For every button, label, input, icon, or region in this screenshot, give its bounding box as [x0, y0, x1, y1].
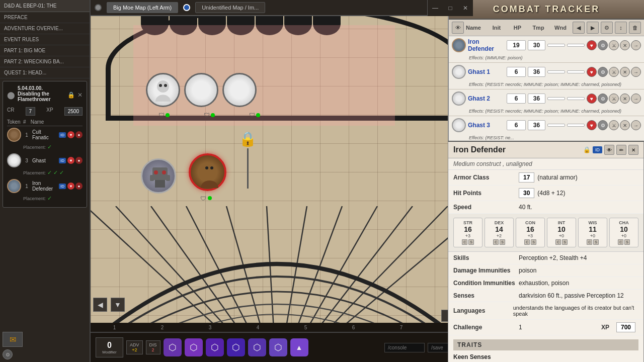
settings-tracker-icon[interactable]: ⚙ — [601, 22, 613, 34]
dice-d6[interactable]: ⬡ — [269, 338, 287, 356]
ghast3-wnd[interactable] — [567, 124, 585, 127]
defender-name[interactable]: Iron Defender — [32, 180, 57, 192]
minimize-button[interactable]: — — [428, 1, 443, 16]
g2-action-arrow[interactable]: → — [631, 94, 641, 104]
g3-action-gear[interactable]: ⚙ — [598, 120, 608, 130]
sidebar-item-part2[interactable]: PART 2: WRECKING BA... — [0, 56, 90, 67]
iron-defender-tmp[interactable] — [547, 44, 565, 47]
map-area[interactable]: 🛡 🛡 🛡 🛡 — [91, 0, 473, 362]
g2-action-gear[interactable]: ⚙ — [598, 94, 608, 104]
close-button[interactable]: ✕ — [458, 1, 473, 16]
defender-map-token[interactable] — [141, 158, 176, 194]
g3-action-swords[interactable]: ⚔ — [609, 120, 619, 130]
str-s-btn[interactable]: S — [468, 239, 474, 245]
ac-value[interactable]: 17 — [519, 172, 534, 183]
ghast3-name[interactable]: Ghast 3 — [468, 122, 505, 129]
xp-value[interactable]: 2500 — [64, 107, 83, 116]
console-input[interactable] — [384, 343, 425, 352]
settings-icon[interactable]: ⚙ — [3, 349, 13, 359]
monster-edit-icon[interactable]: ✏ — [616, 145, 626, 155]
iron-defender-name[interactable]: Iron Defender — [468, 38, 505, 52]
dis-button[interactable]: DIS 2 — [146, 340, 160, 354]
sort-icon[interactable]: ↕ — [615, 22, 627, 34]
int-c-btn[interactable]: C — [555, 239, 561, 245]
ghost-token-1[interactable] — [146, 73, 180, 107]
fanatic-map-token[interactable] — [189, 153, 226, 191]
ghast1-wnd[interactable] — [567, 70, 585, 73]
ghast-red-icon[interactable]: ♥ — [67, 157, 74, 164]
monster-view-icon[interactable]: 👁 — [604, 145, 614, 155]
g3-action-red[interactable]: ♥ — [587, 120, 597, 130]
ghast1-hp[interactable]: 36 — [528, 67, 545, 77]
ghast2-init[interactable]: 6 — [507, 94, 526, 104]
dice-d8[interactable]: ⬡ — [248, 338, 266, 356]
envelope-icon[interactable]: ✉ — [3, 332, 23, 347]
prev-turn-icon[interactable]: ◀ — [573, 22, 585, 34]
g3-action-arrow[interactable]: → — [631, 120, 641, 130]
sidebar-item-event[interactable]: EVENT RULES — [0, 34, 90, 45]
ghast2-name[interactable]: Ghast 2 — [468, 95, 505, 102]
ghast-name[interactable]: Ghast — [32, 158, 57, 163]
con-c-btn[interactable]: C — [524, 239, 530, 245]
ghast1-init[interactable]: 6 — [507, 67, 526, 77]
maximize-button[interactable]: □ — [443, 1, 458, 16]
wis-s-btn[interactable]: S — [593, 239, 599, 245]
ghast2-wnd[interactable] — [567, 97, 585, 100]
delete-icon[interactable]: 🗑 — [629, 22, 641, 34]
g1-action-arrow[interactable]: → — [631, 67, 641, 77]
dex-c-btn[interactable]: C — [493, 239, 499, 245]
g2-action-x[interactable]: ✕ — [620, 94, 630, 104]
fanatic-name[interactable]: Cult Fanatic — [32, 129, 57, 140]
tab-big-moe[interactable]: Big Moe Map (Left Arm) — [107, 2, 178, 13]
iron-defender-hp[interactable]: 30 — [528, 40, 545, 50]
g2-action-red[interactable]: ♥ — [587, 94, 597, 104]
ghast2-hp[interactable]: 36 — [528, 94, 545, 104]
next-turn-icon[interactable]: ▶ — [587, 22, 599, 34]
adv-button[interactable]: ADV +2 — [126, 340, 143, 354]
cha-c-btn[interactable]: C — [618, 239, 623, 245]
ghast1-name[interactable]: Ghast 1 — [468, 68, 505, 75]
map-left-arrow[interactable]: ◀ — [93, 298, 107, 312]
g1-action-swords[interactable]: ⚔ — [609, 67, 619, 77]
ghast3-tmp[interactable] — [547, 124, 565, 127]
ghast-dark-icon[interactable]: ● — [75, 157, 83, 164]
dice-d10[interactable]: ⬡ — [227, 338, 245, 356]
int-s-btn[interactable]: S — [562, 239, 568, 245]
dice-d12[interactable]: ⬡ — [206, 338, 224, 356]
g1-action-gear[interactable]: ⚙ — [598, 67, 608, 77]
dice-d20-1[interactable]: ⬡ — [164, 338, 182, 356]
monster-close-icon[interactable]: ✕ — [628, 145, 638, 155]
dice-d20-2[interactable]: ⬡ — [185, 338, 203, 356]
defender-dark-icon[interactable]: ● — [75, 183, 83, 190]
fanatic-red-icon[interactable]: ♥ — [67, 131, 74, 138]
cha-s-btn[interactable]: S — [624, 239, 630, 245]
ghost-token-3[interactable] — [222, 73, 257, 107]
wis-c-btn[interactable]: C — [587, 239, 592, 245]
iron-defender-wnd[interactable] — [567, 44, 585, 47]
ghast3-init[interactable]: 6 — [507, 120, 526, 130]
eye-icon[interactable]: 👁 — [452, 22, 464, 34]
dice-modifier[interactable]: 0 Modifier — [96, 337, 123, 357]
fanatic-dark-icon[interactable]: ● — [75, 131, 83, 138]
cr-value[interactable]: 7 — [26, 107, 36, 116]
con-s-btn[interactable]: S — [531, 239, 536, 245]
dice-d4[interactable]: ▲ — [290, 338, 308, 356]
sidebar-item-preface[interactable]: PREFACE — [0, 12, 90, 23]
sidebar-item-quest1[interactable]: QUEST 1: HEAD... — [0, 67, 90, 78]
defender-red-icon[interactable]: ♥ — [67, 183, 74, 190]
map-down-arrow[interactable]: ▼ — [111, 298, 125, 312]
sidebar-item-part1[interactable]: PART 1: BIG MOE — [0, 45, 90, 56]
g1-action-red[interactable]: ♥ — [587, 67, 597, 77]
id-action-gear[interactable]: ⚙ — [598, 40, 608, 50]
quest-close-icon[interactable]: ✕ — [77, 92, 83, 99]
id-action-red[interactable]: ♥ — [587, 40, 597, 50]
str-c-btn[interactable]: C — [462, 239, 467, 245]
quest-lock-icon[interactable]: 🔒 — [67, 92, 75, 99]
id-action-x[interactable]: ✕ — [620, 40, 630, 50]
ghast2-tmp[interactable] — [547, 97, 565, 100]
ghost-token-2[interactable] — [184, 73, 218, 107]
g1-action-x[interactable]: ✕ — [620, 67, 630, 77]
id-action-swords[interactable]: ⚔ — [609, 40, 619, 50]
monster-lock-icon[interactable]: 🔒 — [583, 146, 591, 153]
ghast3-hp[interactable]: 36 — [528, 120, 545, 130]
